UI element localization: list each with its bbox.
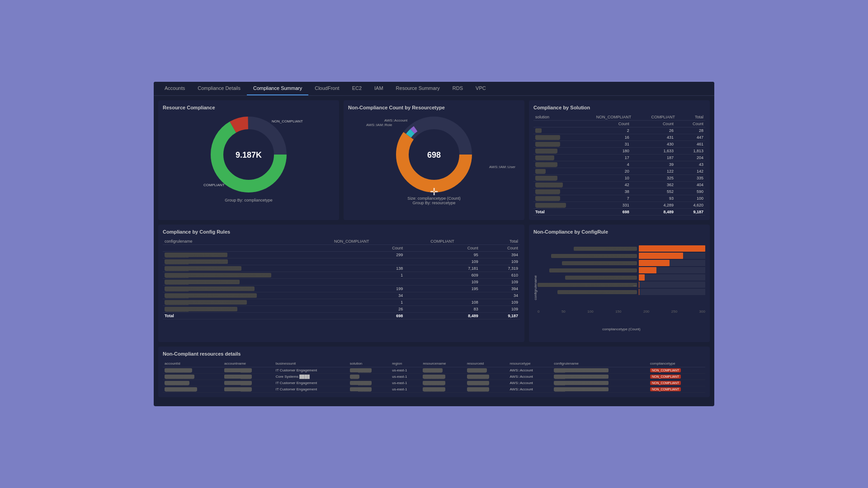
config-row: ████████-iam-root-access-key-check 109 1… <box>163 279 520 286</box>
non-compliance-count-panel: Non-Compliance Count by Resourcetype AWS… <box>344 100 524 220</box>
bar-fill <box>639 245 705 252</box>
config-rule-name: ████████-mfa-enabled-for-iam-console-acc… <box>163 292 298 299</box>
config-nc-count: 199 <box>298 286 405 292</box>
col-resourcename: resourcename <box>421 360 465 367</box>
col-config-c-count: Count <box>405 245 480 252</box>
dashboard-content: Resource Compliance 9.187K NON_COMPLIANT… <box>154 96 714 406</box>
bar-track <box>639 282 705 288</box>
solution-c-count: 187 <box>642 155 675 161</box>
bar-row: ████-████████-iam-policy-no-statements-w… <box>538 282 705 288</box>
config-c-count: 109 <box>405 258 480 265</box>
solution-total: 204 <box>684 155 705 161</box>
bar-track <box>639 267 705 273</box>
solution-nc-count: 2 <box>585 127 631 134</box>
non-compliant-label: NON_COMPLIANT <box>272 119 303 123</box>
solution-row: ███ 20 122 142 <box>533 168 705 175</box>
config-total: 109 <box>480 279 520 286</box>
non-compliance-by-configrule-panel: Non-Compliance by ConfigRule configrulen… <box>529 225 710 342</box>
solution-total: 447 <box>684 134 705 141</box>
solution-row: All 2 26 28 <box>533 127 705 134</box>
tab-compliance-summary[interactable]: Compliance Summary <box>247 82 308 95</box>
config-nc-count: 698 <box>298 313 405 319</box>
size-label: Size: compliancetype (Count) <box>348 196 520 201</box>
solution-name: ██████████ <box>533 202 585 209</box>
config-total: 109 <box>480 306 520 313</box>
resource-compliance-panel: Resource Compliance 9.187K NON_COMPLIANT… <box>158 100 339 220</box>
bar-row: ████-████████-iam-user-unused-credential… <box>538 253 705 259</box>
tab-compliance-details[interactable]: Compliance Details <box>191 82 247 95</box>
bar-row: ████-████████-iam-policy-blacklisted-che… <box>538 260 705 266</box>
solution-name: ████████ <box>533 134 585 141</box>
solution-row: ████████ 38 552 590 <box>533 188 705 195</box>
col-config-t-count: Count <box>480 245 520 252</box>
tab-ec2[interactable]: EC2 <box>346 82 368 95</box>
solution-total: 142 <box>684 168 705 175</box>
config-c-count: 108 <box>405 299 480 306</box>
config-nc-count <box>298 279 405 286</box>
solution-nc-count: 31 <box>585 141 631 148</box>
config-nc-count: 299 <box>298 252 405 258</box>
bar-fill <box>639 260 670 266</box>
bar-label: ████-████████-iam-user-unused-credential… <box>538 254 637 258</box>
solution-name: ███ <box>533 168 585 175</box>
col-resourceid: resourceid <box>465 360 508 367</box>
tab-accounts[interactable]: Accounts <box>158 82 191 95</box>
col-solution: solution <box>533 114 585 121</box>
compliance-badge: NON_COMPLIANT <box>650 387 681 391</box>
bar-label: ████-████████-root-account-mfa-enabled <box>538 276 637 280</box>
config-c-count: 83 <box>405 306 480 313</box>
col-businessunit: businessunit <box>274 360 348 367</box>
solution-nc-count: 42 <box>585 182 631 188</box>
solution-c-count: 430 <box>642 141 675 148</box>
config-row: ████████-iam-policy-no-statements-with-a… <box>163 272 520 279</box>
tab-vpc[interactable]: VPC <box>469 82 492 95</box>
bar-track <box>639 260 705 266</box>
col-non-compliant-header: NON_COMPLIANT <box>585 114 642 121</box>
col-compliancetype: compliancetype <box>648 360 705 367</box>
bar-label: ████-████████-multi-region-cloud-trail-e… <box>538 290 637 294</box>
compliance-by-config-table: configrulename NON_COMPLIANT COMPLIANT T… <box>163 238 520 319</box>
bar-label: ████-████████-iam-policy-blacklisted-che… <box>538 261 637 265</box>
tab-cloudfront[interactable]: CloudFront <box>308 82 345 95</box>
config-total: 109 <box>480 299 520 306</box>
non-compliance-count-value: 698 <box>427 150 441 160</box>
bar-fill <box>639 253 683 259</box>
solution-c-count: 325 <box>642 175 675 182</box>
solution-name: All <box>533 127 585 134</box>
col-t-count: Count <box>684 121 705 127</box>
bar-track <box>639 289 705 295</box>
solution-name: ████████ <box>533 195 585 202</box>
bar-chart-x-axis: 050100150200250300 <box>538 310 705 314</box>
details-row: █████████Sandbox-████IT Customer Engagem… <box>163 380 705 386</box>
bar-row: ████-████████-mfa-enabled-for-iam-consol… <box>538 267 705 273</box>
resource-compliance-groupby: Group By: compliancetype <box>225 198 273 202</box>
tab-resource-summary[interactable]: Resource Summary <box>390 82 446 95</box>
solution-nc-count: 180 <box>585 148 631 155</box>
compliance-badge: NON_COMPLIANT <box>650 375 681 379</box>
bar-track <box>639 253 705 259</box>
solution-nc-count: 20 <box>585 168 631 175</box>
bar-fill <box>639 274 645 281</box>
config-nc-count <box>298 258 405 265</box>
compliance-by-solution-table: solution NON_COMPLIANT COMPLIANT Total C… <box>533 114 705 216</box>
details-row: ███████████Sandbox-████Core Systems ████… <box>163 374 705 380</box>
config-nc-count: 1 <box>298 272 405 279</box>
config-rule-name: ████████-iam-password-policy <box>163 258 298 265</box>
solution-total: 335 <box>684 175 705 182</box>
config-row: ████████-mfa-enabled-for-iam-console-acc… <box>163 292 520 299</box>
config-row: ████████-iam-user-unused-credentials-che… <box>163 286 520 292</box>
solution-c-count: 552 <box>642 188 675 195</box>
tab-iam[interactable]: IAM <box>368 82 390 95</box>
config-row: Total 698 8,489 9,187 <box>163 313 520 319</box>
tab-rds[interactable]: RDS <box>446 82 469 95</box>
config-c-count <box>405 292 480 299</box>
solution-nc-count: 16 <box>585 134 631 141</box>
bar-track <box>639 274 705 281</box>
tabs-bar: Accounts Compliance Details Compliance S… <box>154 82 714 96</box>
compliance-by-config-panel: Compliance by Config Rules configrulenam… <box>158 225 524 342</box>
solution-c-count: 26 <box>642 127 675 134</box>
col-config-nc-count: Count <box>298 245 405 252</box>
solution-name: ███████ <box>533 161 585 168</box>
solution-row: ████████ 16 431 447 <box>533 134 705 141</box>
col-accountname: accountname <box>222 360 274 367</box>
